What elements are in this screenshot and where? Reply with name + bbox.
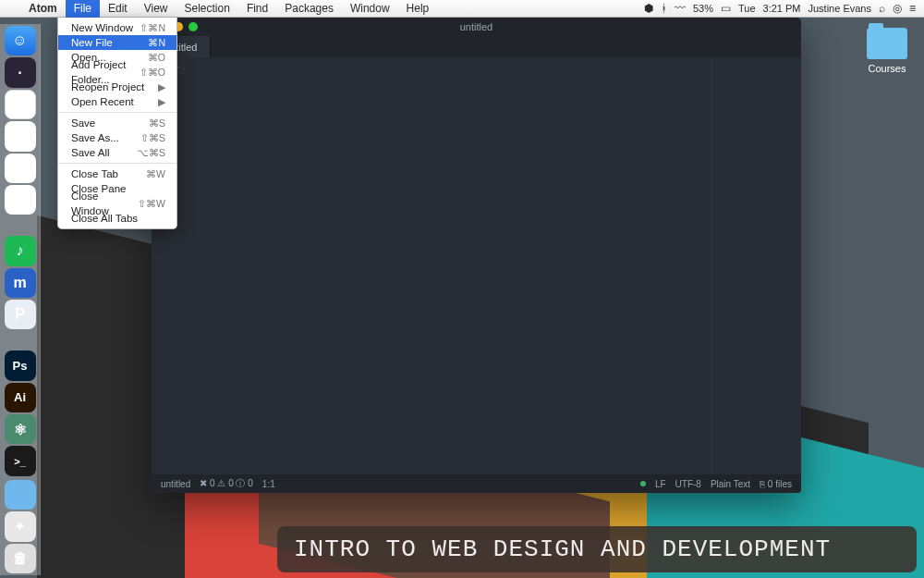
- menubar-item-window[interactable]: Window: [342, 0, 398, 18]
- dock-app-amazon-music[interactable]: m: [5, 268, 36, 298]
- menu-separator: [58, 112, 176, 113]
- status-filename[interactable]: untitled: [161, 479, 190, 489]
- window-titlebar[interactable]: untitled: [152, 18, 801, 36]
- window-zoom-button[interactable]: [188, 22, 198, 31]
- control-icon[interactable]: ◎: [893, 2, 902, 15]
- status-diagnostics[interactable]: ✖ 0 ⚠ 0 ⓘ 0: [200, 477, 253, 490]
- file-menu-dropdown: New Window⇧⌘N New File⌘N Open...⌘O Add P…: [57, 18, 177, 229]
- wrap-guide-line: [711, 57, 712, 474]
- menubar-item-edit[interactable]: Edit: [100, 0, 136, 18]
- menubar-username[interactable]: Justine Evans: [808, 3, 871, 14]
- dock-app-atom[interactable]: ⚛: [5, 414, 36, 444]
- macos-dock: ☺ ∙ ◉ ✦ S 23 ♪ m P Ps Ai ⚛ >_ ⌖ 🗑: [0, 24, 41, 575]
- dock-app-firefox[interactable]: ∙: [5, 57, 36, 87]
- dock-app-spotify[interactable]: ♪: [5, 236, 36, 265]
- folder-icon: [867, 28, 907, 59]
- dock-app-chrome[interactable]: ◉: [5, 90, 36, 119]
- menubar-item-packages[interactable]: Packages: [276, 0, 342, 18]
- battery-icon[interactable]: ▭: [721, 2, 731, 15]
- status-line-ending[interactable]: LF: [655, 479, 666, 489]
- desktop-folder-courses[interactable]: Courses: [867, 28, 907, 74]
- menubar-time[interactable]: 3:21 PM: [763, 3, 801, 14]
- macos-menubar: Atom File Edit View Selection Find Packa…: [0, 0, 924, 18]
- video-caption: INTRO TO WEB DESIGN AND DEVELOPMENT: [277, 526, 917, 572]
- dropbox-icon[interactable]: ⬢: [644, 2, 653, 15]
- bluetooth-icon[interactable]: ᚼ: [661, 2, 667, 15]
- notifications-icon[interactable]: ≡: [909, 2, 916, 15]
- menubar-item-file[interactable]: File: [66, 0, 100, 18]
- menu-item-save-all[interactable]: Save All⌥⌘S: [58, 145, 176, 160]
- menu-item-open-recent[interactable]: Open Recent▶: [58, 94, 176, 109]
- desktop-folder-label: Courses: [867, 63, 907, 74]
- status-ok-icon: [640, 481, 646, 486]
- editor-statusbar: untitled ✖ 0 ⚠ 0 ⓘ 0 1:1 LF UTF-8 Plain …: [152, 474, 801, 493]
- menubar-app-name[interactable]: Atom: [20, 0, 66, 18]
- menubar-item-selection[interactable]: Selection: [176, 0, 238, 18]
- menu-item-save-as[interactable]: Save As...⇧⌘S: [58, 130, 176, 145]
- menu-item-close-all-tabs[interactable]: Close All Tabs: [58, 211, 176, 226]
- menu-item-save[interactable]: Save⌘S: [58, 116, 176, 130]
- menu-item-close-window[interactable]: Close Window⇧⌘W: [58, 196, 176, 211]
- dock-app-terminal[interactable]: >_: [5, 446, 36, 475]
- status-encoding[interactable]: UTF-8: [675, 479, 701, 489]
- dock-app-trash[interactable]: 🗑: [5, 544, 36, 573]
- atom-editor-window: untitled untitled 1 untitled ✖ 0 ⚠ 0 ⓘ 0…: [152, 18, 801, 493]
- dock-app-calendar[interactable]: 23: [5, 185, 36, 215]
- dock-app-pandora[interactable]: P: [5, 300, 36, 329]
- editor-text-area[interactable]: [185, 57, 801, 474]
- dock-app-slack[interactable]: S: [5, 154, 36, 183]
- dock-app-photoshop[interactable]: Ps: [5, 350, 36, 380]
- dock-app-mouse[interactable]: ⌖: [5, 511, 36, 541]
- menu-separator: [58, 163, 176, 164]
- dock-app-finder[interactable]: ☺: [5, 26, 36, 55]
- spotlight-icon[interactable]: ⌕: [879, 2, 885, 15]
- menu-item-reopen-project[interactable]: Reopen Project▶: [58, 80, 176, 94]
- menu-item-add-project-folder[interactable]: Add Project Folder...⇧⌘O: [58, 65, 176, 80]
- menu-item-new-window[interactable]: New Window⇧⌘N: [58, 20, 176, 35]
- editor-tabbar: untitled: [152, 36, 801, 57]
- menubar-item-find[interactable]: Find: [238, 0, 276, 18]
- dock-app-downloads[interactable]: [5, 480, 36, 510]
- menu-item-new-file[interactable]: New File⌘N: [58, 35, 176, 50]
- wifi-icon[interactable]: 〰: [675, 2, 686, 15]
- window-title: untitled: [460, 21, 492, 32]
- menu-item-close-tab[interactable]: Close Tab⌘W: [58, 166, 176, 181]
- status-git[interactable]: ⎘ 0 files: [760, 479, 792, 489]
- menubar-item-view[interactable]: View: [136, 0, 176, 18]
- menubar-item-help[interactable]: Help: [398, 0, 438, 18]
- status-cursor-position[interactable]: 1:1: [262, 479, 275, 489]
- menubar-day[interactable]: Tue: [738, 3, 756, 14]
- dock-app-safari[interactable]: ✦: [5, 121, 36, 151]
- battery-percent[interactable]: 53%: [693, 3, 713, 14]
- status-grammar[interactable]: Plain Text: [711, 479, 750, 489]
- dock-app-illustrator[interactable]: Ai: [5, 383, 36, 412]
